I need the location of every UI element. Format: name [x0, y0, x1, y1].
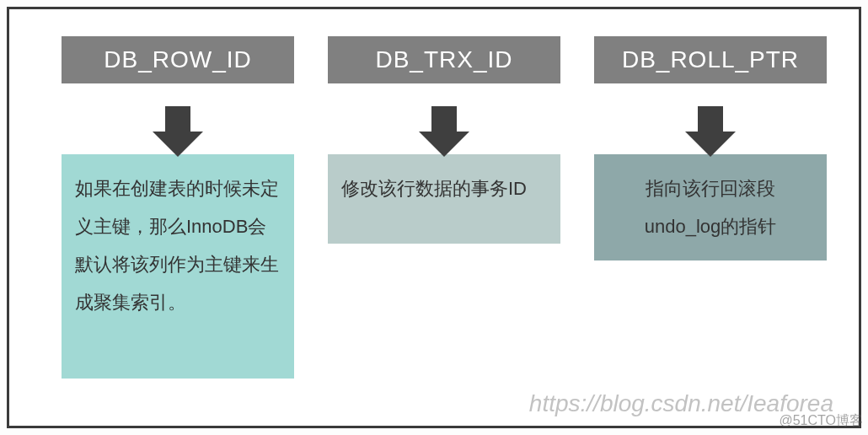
header-label: DB_ROLL_PTR	[622, 46, 799, 73]
header-label: DB_TRX_ID	[375, 46, 512, 73]
header-box: DB_ROLL_PTR	[592, 35, 828, 85]
header-label: DB_ROW_ID	[104, 46, 251, 73]
description-text: 修改该行数据的事务ID	[341, 178, 527, 199]
arrow-down-icon	[165, 106, 190, 132]
description-box: 修改该行数据的事务ID	[326, 153, 562, 245]
description-box: 指向该行回滚段undo_log的指针	[592, 153, 828, 262]
columns-container: DB_ROW_ID 如果在创建表的时候未定义主键，那么InnoDB会默认将该列作…	[9, 9, 859, 405]
diagram-frame: DB_ROW_ID 如果在创建表的时候未定义主键，那么InnoDB会默认将该列作…	[7, 7, 861, 428]
description-text: 如果在创建表的时候未定义主键，那么InnoDB会默认将该列作为主键来生成聚集索引…	[75, 178, 279, 313]
arrow-down-icon	[431, 106, 457, 132]
column-db-trx-id: DB_TRX_ID 修改该行数据的事务ID	[326, 35, 562, 380]
arrow-container	[431, 85, 457, 153]
header-box: DB_TRX_ID	[326, 35, 562, 85]
description-box: 如果在创建表的时候未定义主键，那么InnoDB会默认将该列作为主键来生成聚集索引…	[60, 153, 296, 380]
header-box: DB_ROW_ID	[60, 35, 296, 85]
description-text: 指向该行回滚段undo_log的指针	[645, 178, 777, 237]
column-db-row-id: DB_ROW_ID 如果在创建表的时候未定义主键，那么InnoDB会默认将该列作…	[60, 35, 296, 380]
arrow-down-icon	[698, 106, 723, 132]
column-db-roll-ptr: DB_ROLL_PTR 指向该行回滚段undo_log的指针	[592, 35, 828, 380]
arrow-container	[165, 85, 190, 153]
arrow-container	[698, 85, 723, 153]
diagram-canvas: DB_ROW_ID 如果在创建表的时候未定义主键，那么InnoDB会默认将该列作…	[0, 0, 868, 435]
